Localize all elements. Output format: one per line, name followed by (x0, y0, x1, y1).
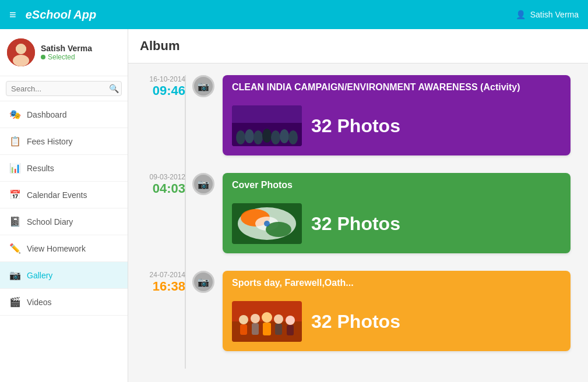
header-left: ≡ eSchool App (9, 8, 96, 22)
timeline-date-1: 16-10-2014 (146, 75, 185, 83)
status-dot (41, 55, 45, 59)
sidebar-item-results[interactable]: 📊 Results (0, 155, 128, 182)
app-logo: eSchool App (26, 8, 96, 22)
svg-point-10 (271, 130, 280, 144)
header-username: Satish Verma (530, 10, 579, 19)
timeline-hour-3: 16:38 (153, 279, 185, 293)
profile-name: Satish Verma (41, 44, 92, 53)
svg-point-19 (264, 221, 270, 227)
search-box: 🔍 (6, 81, 122, 96)
sidebar-item-view-homework[interactable]: ✏️ View Homework (0, 235, 128, 262)
svg-point-12 (288, 130, 298, 144)
svg-rect-23 (240, 324, 247, 335)
header-user: 👤 Satish Verma (516, 10, 579, 19)
search-input[interactable] (11, 84, 109, 93)
page-title: Album (128, 29, 588, 63)
main-layout: Satish Verma Selected 🔍 🎭 Dashboard 📋 (0, 29, 588, 382)
school-diary-icon: 📓 (9, 216, 21, 227)
svg-point-24 (251, 314, 260, 323)
timeline-icon-1: 📷 (192, 75, 214, 97)
sidebar-label-dashboard: Dashboard (27, 110, 67, 119)
card-body-2: 32 Photos (223, 197, 571, 253)
card-header-3: Sports day, Farewell,Oath... (223, 271, 571, 295)
thumb-svg-2 (232, 203, 302, 244)
card-photos-1: 32 Photos (311, 115, 400, 137)
profile-status: Selected (41, 53, 92, 61)
profile-info: Satish Verma Selected (41, 44, 92, 61)
svg-point-26 (262, 312, 272, 323)
thumb-svg-1 (232, 105, 302, 146)
sidebar: Satish Verma Selected 🔍 🎭 Dashboard 📋 (0, 29, 128, 382)
sidebar-label-calendar-events: Calendar Events (27, 190, 87, 200)
svg-rect-25 (252, 323, 259, 335)
sidebar-search: 🔍 (0, 76, 128, 101)
card-thumb-1 (232, 105, 302, 146)
svg-point-22 (239, 315, 248, 324)
sidebar-item-school-diary[interactable]: 📓 School Diary (0, 208, 128, 235)
card-body-3: 32 Photos (223, 295, 571, 351)
svg-rect-29 (275, 324, 282, 335)
results-icon: 📊 (9, 162, 21, 174)
timeline-hour-2: 04:03 (153, 181, 185, 196)
sidebar-item-fees-history[interactable]: 📋 Fees History (0, 128, 128, 155)
hamburger-icon[interactable]: ≡ (9, 8, 16, 22)
timeline-time-2: 09-03-2012 04:03 (146, 173, 192, 196)
sidebar-label-view-homework: View Homework (27, 244, 86, 253)
fees-history-icon: 📋 (9, 136, 21, 147)
card-header-2: Cover Photos (223, 173, 571, 197)
sidebar-item-gallery[interactable]: 📷 Gallery (0, 262, 128, 289)
card-thumb-2 (232, 203, 302, 244)
thumb-svg-3 (232, 301, 302, 342)
avatar (7, 38, 35, 66)
timeline-icon-2: 📷 (192, 173, 214, 195)
sidebar-item-calendar-events[interactable]: 📅 Calendar Events (0, 182, 128, 208)
app-header: ≡ eSchool App 👤 Satish Verma (0, 0, 588, 29)
search-icon[interactable]: 🔍 (109, 84, 119, 93)
status-label: Selected (48, 53, 75, 61)
sidebar-item-dashboard[interactable]: 🎭 Dashboard (0, 101, 128, 128)
card-thumb-3 (232, 301, 302, 342)
svg-point-2 (13, 55, 29, 66)
card-photos-3: 32 Photos (311, 311, 400, 333)
timeline-date-3: 24-07-2014 (146, 271, 185, 279)
svg-point-3 (16, 44, 26, 54)
calendar-events-icon: 📅 (9, 189, 21, 200)
timeline-item-2: 09-03-2012 04:03 📷 Cover Photos (146, 173, 571, 253)
dashboard-icon: 🎭 (9, 109, 21, 120)
svg-point-9 (262, 129, 272, 143)
sidebar-label-school-diary: School Diary (27, 217, 73, 227)
sidebar-profile: Satish Verma Selected (0, 29, 128, 76)
main-content: Album 16-10-2014 09:46 📷 CLEAN INDIA CAM… (128, 29, 588, 382)
timeline-card-3[interactable]: Sports day, Farewell,Oath... (223, 271, 571, 351)
svg-rect-31 (287, 325, 294, 335)
view-homework-icon: ✏️ (9, 243, 21, 254)
timeline-hour-1: 09:46 (153, 83, 185, 98)
timeline-date-2: 09-03-2012 (146, 173, 185, 181)
card-photos-2: 32 Photos (311, 213, 400, 235)
svg-rect-27 (263, 323, 271, 335)
timeline-card-1[interactable]: CLEAN INDIA CAMPAIGN/ENVIRONMENT AWARENE… (223, 75, 571, 155)
gallery-icon: 📷 (9, 270, 21, 281)
sidebar-label-videos: Videos (27, 298, 52, 307)
timeline-item-3: 24-07-2014 16:38 📷 Sports day, Farewell,… (146, 271, 571, 351)
sidebar-label-fees-history: Fees History (27, 137, 73, 146)
svg-point-7 (245, 129, 254, 143)
videos-icon: 🎬 (9, 296, 21, 307)
svg-rect-13 (232, 105, 302, 123)
user-icon: 👤 (516, 10, 526, 19)
card-body-1: 32 Photos (223, 100, 571, 155)
card-header-1: CLEAN INDIA CAMPAIGN/ENVIRONMENT AWARENE… (223, 75, 571, 100)
svg-point-30 (286, 316, 295, 325)
timeline-icon-3: 📷 (192, 271, 214, 293)
svg-point-6 (236, 130, 245, 144)
svg-point-28 (274, 314, 283, 324)
sidebar-item-videos[interactable]: 🎬 Videos (0, 289, 128, 316)
timeline-item-1: 16-10-2014 09:46 📷 CLEAN INDIA CAMPAIGN/… (146, 75, 571, 155)
timeline-time-3: 24-07-2014 16:38 (146, 271, 192, 294)
svg-point-11 (280, 129, 289, 143)
timeline: 16-10-2014 09:46 📷 CLEAN INDIA CAMPAIGN/… (128, 63, 588, 380)
sidebar-nav: 🎭 Dashboard 📋 Fees History 📊 Results 📅 C… (0, 101, 128, 316)
svg-point-8 (253, 130, 263, 144)
timeline-card-2[interactable]: Cover Photos (223, 173, 571, 253)
sidebar-label-results: Results (27, 164, 54, 173)
